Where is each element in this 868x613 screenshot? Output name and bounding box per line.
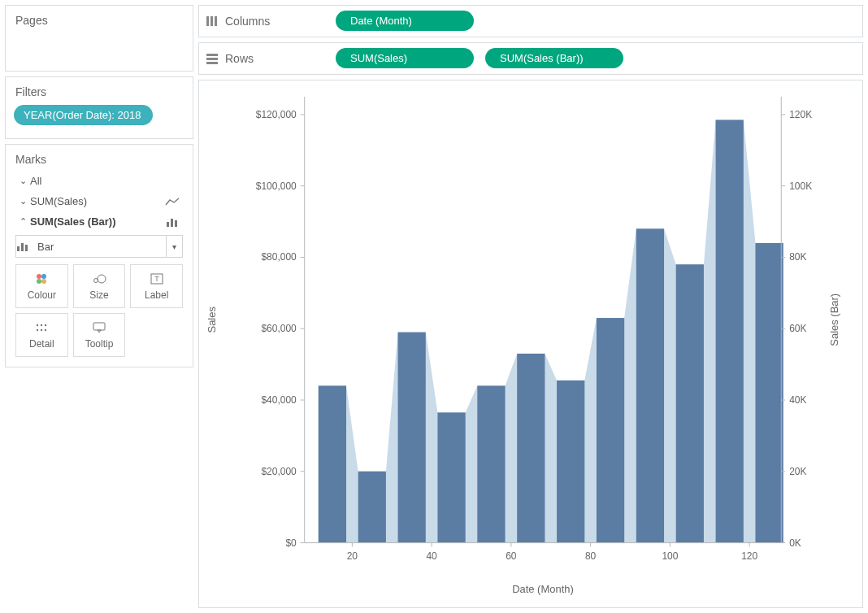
svg-rect-25	[206, 58, 218, 60]
svg-rect-27	[319, 385, 346, 542]
rows-label: Rows	[225, 52, 254, 65]
svg-text:60K: 60K	[789, 323, 806, 334]
svg-rect-21	[206, 16, 209, 26]
svg-text:100: 100	[662, 550, 678, 561]
svg-text:Sales (Bar): Sales (Bar)	[828, 293, 840, 346]
svg-text:$0: $0	[285, 537, 297, 548]
svg-rect-30	[437, 412, 465, 542]
svg-text:40K: 40K	[789, 394, 806, 406]
svg-text:$20,000: $20,000	[261, 465, 297, 476]
svg-point-18	[41, 329, 42, 331]
mark-tooltip-button[interactable]: Tooltip	[73, 313, 126, 357]
svg-rect-23	[215, 16, 217, 26]
marks-row-all[interactable]: ⌄ All	[12, 171, 186, 191]
pill-sum-sales[interactable]: SUM(Sales)	[336, 48, 474, 68]
svg-point-15	[41, 324, 42, 326]
rows-shelf[interactable]: Rows SUM(Sales) SUM(Sales (Bar))	[198, 42, 863, 75]
mark-detail-button[interactable]: Detail	[15, 313, 68, 357]
svg-text:Sales: Sales	[206, 306, 218, 333]
svg-text:60: 60	[506, 550, 517, 561]
filters-shelf[interactable]: Filters YEAR(Order Date): 2018	[5, 76, 193, 139]
chevron-down-icon: ⌄	[15, 196, 30, 207]
mark-size-button[interactable]: Size	[73, 264, 126, 308]
svg-text:80K: 80K	[789, 251, 806, 263]
filter-pill-year[interactable]: YEAR(Order Date): 2018	[14, 105, 153, 125]
svg-point-8	[37, 279, 41, 284]
columns-shelf[interactable]: Columns Date (Month)	[198, 5, 863, 37]
svg-text:$60,000: $60,000	[261, 323, 297, 334]
chevron-down-icon[interactable]: ▾	[166, 236, 182, 257]
svg-text:$120,000: $120,000	[256, 108, 297, 120]
svg-point-16	[45, 324, 46, 326]
pages-shelf[interactable]: Pages	[5, 5, 193, 72]
mark-properties-grid: Colour Size T Label	[12, 264, 186, 357]
svg-rect-31	[477, 385, 505, 542]
svg-point-7	[41, 274, 46, 279]
columns-icon	[206, 15, 219, 27]
marks-row-label: All	[30, 175, 183, 187]
svg-rect-2	[175, 220, 177, 227]
mark-type-label: Bar	[37, 241, 166, 253]
line-icon	[165, 197, 183, 207]
chevron-down-icon: ⌄	[15, 176, 30, 186]
svg-text:120: 120	[741, 550, 757, 561]
svg-text:$80,000: $80,000	[261, 251, 297, 263]
svg-rect-28	[358, 471, 386, 542]
svg-text:20: 20	[347, 550, 358, 561]
bar-icon	[16, 241, 37, 251]
svg-rect-37	[716, 120, 744, 542]
colour-icon	[35, 272, 48, 286]
mark-label-button[interactable]: T Label	[130, 264, 183, 308]
svg-rect-20	[93, 323, 105, 330]
svg-text:20K: 20K	[789, 465, 806, 476]
pill-date-month[interactable]: Date (Month)	[336, 11, 474, 31]
rows-icon	[206, 53, 219, 64]
marks-shelf: Marks ⌄ All ⌄ SUM(Sales) ⌃ SUM(Sales (Ba…	[5, 144, 193, 367]
svg-text:Date (Month): Date (Month)	[512, 583, 574, 595]
svg-text:100K: 100K	[789, 180, 812, 191]
svg-text:80: 80	[585, 550, 597, 561]
marks-row-label: SUM(Sales)	[30, 195, 165, 207]
svg-point-9	[41, 279, 46, 284]
svg-text:40: 40	[426, 550, 437, 561]
marks-row-label: SUM(Sales (Bar))	[30, 215, 165, 228]
svg-point-17	[37, 329, 38, 331]
mark-cell-label: Colour	[28, 289, 56, 301]
chart-canvas[interactable]: $00K$20,00020K$40,00040K$60,00060K$80,00…	[198, 80, 863, 608]
pill-sum-sales-bar[interactable]: SUM(Sales (Bar))	[485, 48, 623, 68]
svg-rect-5	[25, 245, 28, 251]
svg-rect-26	[206, 62, 218, 64]
label-icon: T	[150, 272, 163, 286]
svg-text:$100,000: $100,000	[256, 180, 297, 191]
svg-rect-36	[676, 264, 704, 542]
mark-cell-label: Size	[89, 289, 108, 301]
mark-type-dropdown[interactable]: Bar ▾	[15, 235, 183, 258]
mark-cell-label: Label	[145, 289, 168, 301]
svg-rect-0	[167, 222, 169, 227]
columns-label: Columns	[225, 15, 270, 28]
filters-title: Filters	[6, 77, 193, 105]
mark-cell-label: Tooltip	[85, 338, 114, 350]
svg-rect-35	[636, 228, 664, 542]
svg-rect-22	[210, 16, 213, 26]
detail-icon	[35, 320, 48, 335]
mark-colour-button[interactable]: Colour	[15, 264, 68, 308]
mark-cell-label: Detail	[29, 338, 54, 350]
marks-row-sales-bar[interactable]: ⌃ SUM(Sales (Bar))	[12, 211, 186, 232]
marks-row-sales[interactable]: ⌄ SUM(Sales)	[12, 191, 186, 211]
svg-rect-4	[21, 243, 24, 251]
svg-rect-38	[755, 243, 783, 543]
pages-title: Pages	[6, 6, 193, 33]
svg-rect-1	[171, 219, 173, 227]
svg-rect-29	[398, 332, 426, 542]
svg-rect-34	[597, 318, 624, 543]
svg-rect-33	[557, 380, 584, 542]
svg-point-6	[37, 274, 41, 279]
svg-point-14	[37, 324, 38, 326]
svg-text:$40,000: $40,000	[261, 394, 297, 406]
svg-rect-32	[517, 354, 545, 543]
tooltip-icon	[93, 320, 106, 335]
svg-text:T: T	[154, 275, 159, 283]
svg-point-11	[98, 275, 106, 283]
svg-point-19	[45, 329, 46, 331]
